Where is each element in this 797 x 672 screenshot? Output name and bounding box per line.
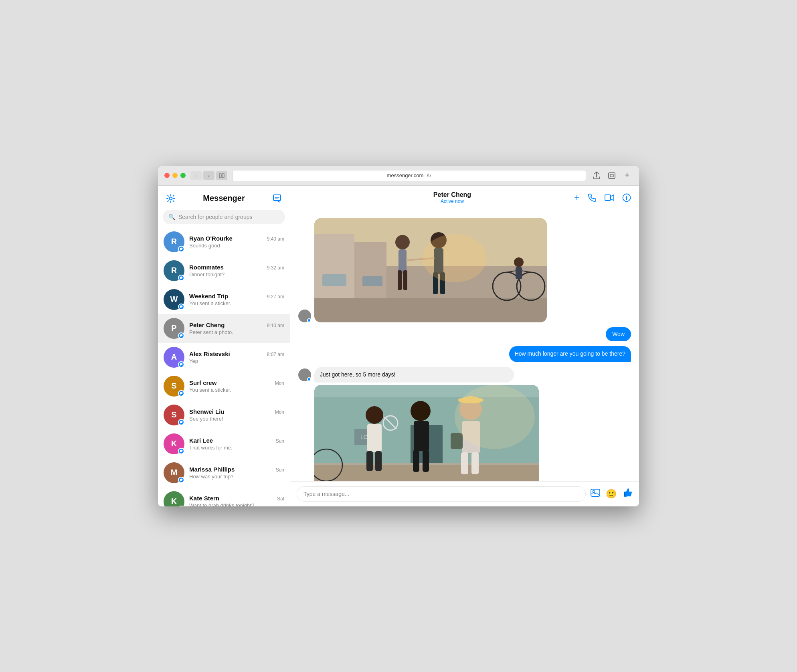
conversation-item-kari[interactable]: K Kari Lee Sun That works for me.: [158, 429, 290, 458]
conv-top-roommates: Roommates 9:32 am: [189, 264, 284, 271]
avatar-wrapper-roommates: R: [164, 260, 184, 281]
conv-preview-ryan: Sounds good: [189, 243, 284, 249]
close-button[interactable]: [164, 173, 170, 178]
messenger-badge-surf: [178, 390, 184, 397]
message-input[interactable]: [297, 486, 586, 502]
new-tab-icon[interactable]: +: [621, 171, 633, 180]
svg-rect-11: [354, 242, 386, 306]
reading-mode-button[interactable]: [216, 171, 227, 180]
conv-time-marissa: Sun: [276, 467, 284, 473]
avatar-wrapper-kate: K: [164, 491, 184, 506]
emoji-button[interactable]: 🙂: [606, 489, 617, 499]
conversation-item-peter[interactable]: P Peter Cheng 9:10 am Peter sent a photo…: [158, 314, 290, 343]
maximize-button[interactable]: [180, 173, 186, 178]
image-attach-button[interactable]: [591, 488, 600, 500]
svg-rect-2: [609, 173, 615, 178]
nav-buttons: ‹ ›: [190, 171, 227, 180]
forward-button[interactable]: ›: [203, 171, 214, 180]
conv-time-kari: Sun: [276, 438, 284, 444]
svg-rect-44: [366, 451, 373, 471]
conv-top-ryan: Ryan O'Rourke 9:40 am: [189, 235, 284, 242]
conv-name-peter: Peter Cheng: [189, 322, 225, 328]
conv-preview-marissa: How was your trip?: [189, 474, 284, 480]
conversation-item-roommates[interactable]: R Roommates 9:32 am Dinner tonight?: [158, 256, 290, 285]
sent-message-content-1: Wow: [606, 327, 631, 342]
avatar-wrapper-marissa: M: [164, 462, 184, 483]
traffic-lights: [164, 173, 186, 178]
conv-time-surf: Mon: [275, 381, 284, 386]
back-button[interactable]: ‹: [190, 171, 202, 180]
avatar-wrapper-ryan: R: [164, 231, 184, 252]
svg-point-58: [455, 385, 535, 449]
conversation-item-weekend[interactable]: W Weekend Trip 9:27 am You sent a sticke…: [158, 285, 290, 314]
conv-preview-weekend: You sent a sticker.: [189, 300, 284, 306]
conv-info-surf: Surf crew Mon You sent a sticker.: [189, 379, 284, 393]
conv-preview-kari: That works for me.: [189, 445, 284, 451]
svg-rect-10: [314, 234, 354, 306]
new-conversation-button[interactable]: +: [574, 192, 580, 203]
conversation-item-kate[interactable]: K Kate Stern Sat Want to grab drinks ton…: [158, 487, 290, 506]
conversation-item-marissa[interactable]: M Marissa Phillips Sun How was your trip…: [158, 458, 290, 487]
svg-point-42: [366, 406, 383, 424]
svg-rect-17: [403, 270, 407, 290]
tab-overview-icon[interactable]: [606, 171, 617, 180]
minimize-button[interactable]: [172, 173, 178, 178]
video-call-button[interactable]: [605, 194, 614, 201]
svg-rect-16: [398, 270, 402, 290]
svg-rect-29: [322, 274, 346, 286]
conv-preview-kate: Want to grab drinks tonight?: [189, 502, 284, 506]
svg-point-27: [514, 257, 524, 267]
svg-rect-15: [398, 249, 407, 273]
sidebar-header: Messenger: [158, 186, 290, 210]
reload-icon[interactable]: ↻: [427, 172, 431, 179]
message-group-received-2: Just got here, so 5 more days!: [298, 367, 631, 481]
thumbs-up-button[interactable]: [622, 488, 633, 500]
sent-bubble-wow: Wow: [606, 327, 631, 342]
svg-rect-28: [516, 267, 522, 279]
svg-rect-56: [451, 433, 463, 449]
svg-rect-55: [471, 452, 479, 474]
compose-icon[interactable]: [271, 192, 283, 205]
messenger-badge-ryan: [178, 246, 184, 252]
conv-top-kate: Kate Stern Sat: [189, 495, 284, 502]
conversation-item-ryan[interactable]: R Ryan O'Rourke 9:40 am Sounds good: [158, 227, 290, 256]
messenger-badge-kari: [178, 448, 184, 454]
conv-top-weekend: Weekend Trip 9:27 am: [189, 293, 284, 300]
avatar-wrapper-surf: S: [164, 376, 184, 397]
message-group-sent-1: Wow: [298, 327, 631, 342]
conv-preview-peter: Peter sent a photo.: [189, 329, 284, 335]
conv-name-weekend: Weekend Trip: [189, 293, 228, 300]
conv-info-weekend: Weekend Trip 9:27 am You sent a sticker.: [189, 293, 284, 306]
conv-top-surf: Surf crew Mon: [189, 379, 284, 386]
avatar-wrapper-kari: K: [164, 433, 184, 454]
conv-time-shenwei: Mon: [275, 409, 284, 415]
conversation-item-alex[interactable]: A Alex Ristevski 8:07 am Yep: [158, 343, 290, 372]
sent-message-content-2: How much longer are you going to be ther…: [509, 346, 631, 362]
conv-preview-roommates: Dinner tonight?: [189, 271, 284, 277]
avatar-wrapper-weekend: W: [164, 289, 184, 310]
conv-time-alex: 8:07 am: [267, 352, 284, 357]
conv-info-shenwei: Shenwei Liu Mon See you there!: [189, 408, 284, 422]
svg-point-4: [170, 197, 172, 200]
conversation-item-shenwei[interactable]: S Shenwei Liu Mon See you there!: [158, 401, 290, 429]
chat-contact-name: Peter Cheng: [330, 191, 574, 198]
conv-info-kari: Kari Lee Sun That works for me.: [189, 437, 284, 451]
received-message-content-2: Just got here, so 5 more days!: [314, 367, 514, 481]
sidebar-title: Messenger: [203, 194, 245, 203]
phone-call-button[interactable]: [588, 193, 597, 202]
conv-name-kari: Kari Lee: [189, 437, 213, 444]
svg-rect-13: [314, 298, 547, 322]
conv-name-marissa: Marissa Phillips: [189, 466, 235, 473]
conversation-item-surf[interactable]: S Surf crew Mon You sent a sticker.: [158, 372, 290, 401]
avatar-kate: K: [164, 491, 184, 506]
settings-icon[interactable]: [164, 192, 177, 205]
chat-input-area: 🙂: [290, 481, 639, 506]
share-icon[interactable]: [591, 171, 602, 180]
conv-top-alex: Alex Ristevski 8:07 am: [189, 350, 284, 357]
info-button[interactable]: [622, 193, 631, 202]
messenger-badge-alex: [178, 361, 184, 368]
received-bubble-text: Just got here, so 5 more days!: [314, 367, 514, 383]
chat-header-info: Peter Cheng Active now: [330, 191, 574, 204]
address-bar[interactable]: messenger.com ↻: [232, 170, 586, 181]
search-bar[interactable]: 🔍 Search for people and groups: [163, 210, 285, 224]
